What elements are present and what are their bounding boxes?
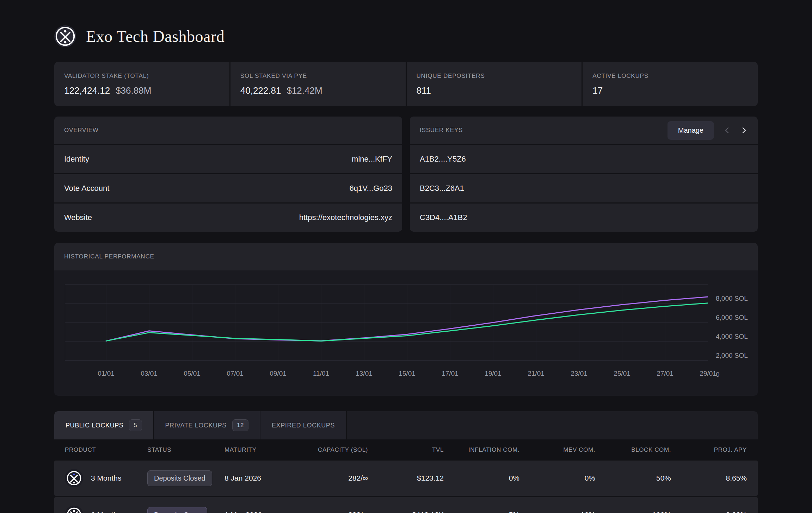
row-label: Vote Account (64, 184, 109, 193)
row-value: 6q1V...Go23 (349, 184, 392, 193)
stat-secondary-value: $36.88M (116, 85, 151, 96)
lockups-table-header: PRODUCT STATUS MATURITY CAPACITY (SOL) T… (54, 439, 758, 461)
x-tick-label: 05/01 (184, 370, 201, 377)
lockups-tabs: PUBLIC LOCKUPS 5 PRIVATE LOCKUPS 12 EXPI… (54, 411, 758, 439)
overview-row-vote-account: Vote Account 6q1V...Go23 (54, 174, 402, 202)
page-title: Exo Tech Dashboard (86, 27, 224, 46)
issuer-key-item: C3D4....A1B2 (410, 204, 758, 232)
overview-title: OVERVIEW (64, 127, 99, 134)
product-name: 6 Months (91, 511, 121, 513)
x-tick-label: 01/01 (98, 370, 115, 377)
chart-y-axis: 8,000 SOL6,000 SOL4,000 SOL2,000 SOL0 (716, 284, 758, 361)
chevron-left-icon[interactable] (723, 126, 731, 134)
product-logo-icon (65, 469, 83, 487)
performance-chart-svg (65, 284, 708, 361)
issuer-key-value: B2C3...Z6A1 (420, 184, 464, 193)
y-tick-label: 2,000 SOL (716, 352, 748, 359)
x-tick-label: 07/01 (227, 370, 244, 377)
x-tick-label: 29/01 (700, 370, 716, 377)
inflation-com-value: 5% (444, 511, 519, 513)
stat-validator-stake: VALIDATOR STAKE (TOTAL) 122,424.12 $36.8… (54, 62, 229, 106)
stat-secondary-value: $12.42M (287, 85, 322, 96)
row-label: Identity (64, 155, 89, 164)
stat-unique-depositers: UNIQUE DEPOSITERS 811 (407, 62, 582, 106)
x-tick-label: 09/01 (270, 370, 287, 377)
capacity-value: 838/∞ (292, 511, 368, 513)
maturity-value: 8 Jan 2026 (224, 474, 292, 482)
block-com-value: 100% (595, 511, 671, 513)
issuer-key-value: A1B2....Y5Z6 (420, 155, 466, 164)
issuer-key-item: B2C3...Z6A1 (410, 174, 758, 202)
status-badge: Deposits Open (147, 507, 207, 513)
tab-count-badge: 12 (232, 419, 248, 431)
issuer-key-value: C3D4....A1B2 (420, 213, 467, 222)
y-tick-label: 6,000 SOL (716, 314, 748, 321)
issuer-key-item: A1B2....Y5Z6 (410, 145, 758, 173)
panels-row: OVERVIEW Identity mine...KfFY Vote Accou… (54, 117, 758, 232)
row-value: mine...KfFY (352, 155, 392, 164)
stat-value: 40,222.81 (240, 85, 281, 96)
tab-expired-lockups[interactable]: EXPIRED LOCKUPS (260, 411, 347, 439)
stat-value: 122,424.12 (64, 85, 110, 96)
stat-active-lockups: ACTIVE LOCKUPS 17 (583, 62, 758, 106)
manage-button[interactable]: Manage (668, 121, 714, 140)
x-tick-label: 15/01 (399, 370, 416, 377)
y-tick-label: 4,000 SOL (716, 333, 748, 340)
block-com-value: 50% (595, 474, 671, 482)
x-tick-label: 21/01 (528, 370, 545, 377)
x-tick-label: 19/01 (485, 370, 502, 377)
proj-apy-value: 8.65% (671, 474, 747, 482)
tab-public-lockups[interactable]: PUBLIC LOCKUPS 5 (54, 411, 154, 439)
table-row[interactable]: 3 Months Deposits Closed 8 Jan 2026 282/… (54, 461, 758, 496)
row-value[interactable]: https://exotechnologies.xyz (299, 213, 392, 222)
product-logo-icon (65, 506, 83, 513)
maturity-value: 1 Mar 2026 (224, 511, 292, 513)
stats-bar: VALIDATOR STAKE (TOTAL) 122,424.12 $36.8… (54, 62, 758, 106)
app-header: Exo Tech Dashboard (54, 0, 758, 47)
product-cell: 3 Months (65, 469, 147, 487)
x-tick-label: 23/01 (571, 370, 588, 377)
mev-com-value: 0% (519, 474, 595, 482)
row-label: Website (64, 213, 92, 222)
x-tick-label: 27/01 (657, 370, 673, 377)
tvl-value: $123.12 (368, 474, 444, 482)
issuer-keys-panel: ISSUER KEYS Manage A1B2....Y5Z6 B2C3...Z… (410, 117, 758, 232)
overview-panel: OVERVIEW Identity mine...KfFY Vote Accou… (54, 117, 402, 232)
table-row[interactable]: 6 Months Deposits Open 1 Mar 2026 838/∞ … (54, 497, 758, 513)
mev-com-value: 10% (519, 511, 595, 513)
overview-row-website: Website https://exotechnologies.xyz (54, 204, 402, 232)
x-tick-label: 25/01 (614, 370, 630, 377)
historical-performance-card: HISTORICAL PERFORMANCE 8,000 SOL6,000 SO… (54, 243, 758, 396)
x-tick-label: 13/01 (356, 370, 373, 377)
tab-count-badge: 5 (129, 419, 142, 431)
product-cell: 6 Months (65, 506, 147, 513)
stat-value: 17 (592, 85, 603, 96)
stat-sol-staked: SOL STAKED VIA PYE 40,222.81 $12.42M (230, 62, 406, 106)
inflation-com-value: 0% (444, 474, 519, 482)
chevron-right-icon[interactable] (740, 126, 748, 134)
x-tick-label: 17/01 (442, 370, 459, 377)
performance-chart (65, 284, 708, 361)
exo-logo-icon (54, 25, 76, 47)
y-tick-label: 8,000 SOL (716, 295, 748, 302)
x-tick-label: 03/01 (141, 370, 158, 377)
tvl-value: $412.12K (368, 511, 444, 513)
stat-value: 811 (417, 85, 431, 96)
historical-performance-title: HISTORICAL PERFORMANCE (64, 253, 154, 260)
proj-apy-value: 8.22% (671, 511, 747, 513)
overview-row-identity: Identity mine...KfFY (54, 145, 402, 173)
issuer-keys-title: ISSUER KEYS (420, 127, 463, 134)
status-badge: Deposits Closed (147, 470, 212, 486)
dashboard-page: Exo Tech Dashboard VALIDATOR STAKE (TOTA… (0, 0, 812, 513)
product-name: 3 Months (91, 474, 121, 482)
tab-private-lockups[interactable]: PRIVATE LOCKUPS 12 (154, 411, 260, 439)
capacity-value: 282/∞ (292, 474, 368, 482)
chart-x-axis: 01/0103/0105/0107/0109/0111/0113/0115/01… (65, 370, 708, 384)
x-tick-label: 11/01 (313, 370, 329, 377)
